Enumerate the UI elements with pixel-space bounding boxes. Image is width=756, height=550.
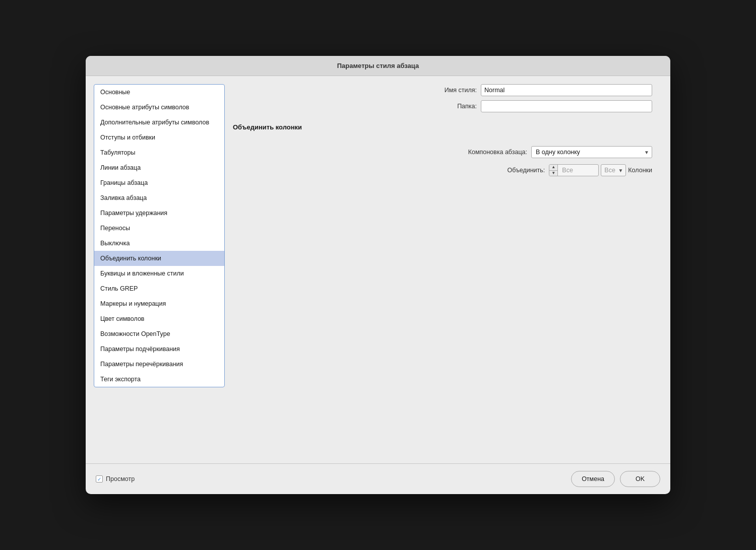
style-name-input[interactable] [481,84,652,96]
footer-buttons: Отмена OK [571,471,660,487]
sidebar-item-markery[interactable]: Маркеры и нумерация [94,296,224,311]
sidebar: ОсновныеОсновные атрибуты символовДополн… [94,84,225,387]
preview-checkbox-label[interactable]: ✓ Просмотр [96,475,135,483]
preview-checkbox[interactable]: ✓ [96,475,103,483]
spinner-value: Все [558,167,598,174]
folder-row: Папка: [233,100,652,112]
layout-label: Компоновка абзаца: [468,149,527,156]
sidebar-item-zalivka-abzatsa[interactable]: Заливка абзаца [94,190,224,205]
sidebar-item-granitsy-abzatsa[interactable]: Границы абзаца [94,175,224,190]
content-area: Компоновка абзаца: В одну колонку Разбит… [233,146,662,176]
sidebar-item-stil-grep[interactable]: Стиль GREP [94,281,224,296]
sidebar-item-dopolnitelnye-atributy[interactable]: Дополнительные атрибуты символов [94,115,224,130]
sidebar-item-otstupy[interactable]: Отступы и отбивки [94,130,224,145]
spinner-buttons: ▲ ▼ [549,165,558,176]
spinner-input-box: ▲ ▼ Все [549,164,599,176]
title-bar: Параметры стиля абзаца [86,56,670,76]
sidebar-item-tsvet-simvolov[interactable]: Цвет символов [94,311,224,326]
sidebar-item-parametry-perecherkivaniya[interactable]: Параметры перечёркивания [94,357,224,372]
layout-dropdown-wrapper: В одну колонку Разбить колонки Объединит… [531,146,652,158]
style-name-label: Имя стиля: [445,87,477,94]
sidebar-item-perenosy[interactable]: Переносы [94,221,224,236]
columns-label: Колонки [628,167,652,174]
dialog-title: Параметры стиля абзаца [337,62,419,70]
main-content: Имя стиля: Папка: Объединить колонки Ком… [233,84,662,455]
spinner-up-button[interactable]: ▲ [549,165,557,171]
spinner-down-button[interactable]: ▼ [549,171,557,176]
sidebar-item-vyklyuchka[interactable]: Выключка [94,236,224,251]
sidebar-item-tegi-eksporta[interactable]: Теги экспорта [94,372,224,387]
merge-row: Объединить: ▲ ▼ Все Все [233,164,662,176]
sidebar-item-obedinit-kolonki[interactable]: Объединить колонки [94,251,224,266]
cancel-button[interactable]: Отмена [571,471,615,487]
spinner-dropdown-wrapper: Все ▼ [601,164,626,176]
merge-label: Объединить: [507,167,545,174]
layout-dropdown[interactable]: В одну колонку Разбить колонки Объединит… [531,146,652,158]
section-title: Объединить колонки [233,123,662,131]
dialog-body: ОсновныеОсновные атрибуты символовДополн… [86,76,670,463]
sidebar-item-parametry-uderzhaniya[interactable]: Параметры удержания [94,205,224,221]
ok-button[interactable]: OK [620,471,660,487]
sidebar-item-osnovnye-atributy[interactable]: Основные атрибуты символов [94,100,224,115]
footer: ✓ Просмотр Отмена OK [86,463,670,494]
folder-input[interactable] [481,100,652,112]
dialog: Параметры стиля абзаца ОсновныеОсновные … [86,56,670,494]
layout-row: Компоновка абзаца: В одну колонку Разбит… [233,146,662,158]
sidebar-item-vozmozhnosti-opentype[interactable]: Возможности OpenType [94,326,224,341]
folder-label: Папка: [457,103,477,110]
sidebar-item-linii-abzatsa[interactable]: Линии абзаца [94,160,224,175]
spinner-wrapper: ▲ ▼ Все Все ▼ Колонки [549,164,652,176]
style-name-row: Имя стиля: [233,84,652,96]
sidebar-item-tabulyatory[interactable]: Табуляторы [94,145,224,160]
preview-label: Просмотр [106,475,135,483]
style-header: Имя стиля: Папка: [233,84,662,112]
sidebar-item-parametry-podcherkivaniya[interactable]: Параметры подчёркивания [94,341,224,357]
sidebar-item-osnovnye[interactable]: Основные [94,85,224,100]
sidebar-item-bukvitsy[interactable]: Буквицы и вложенные стили [94,266,224,281]
spinner-dropdown[interactable]: Все [601,164,626,176]
